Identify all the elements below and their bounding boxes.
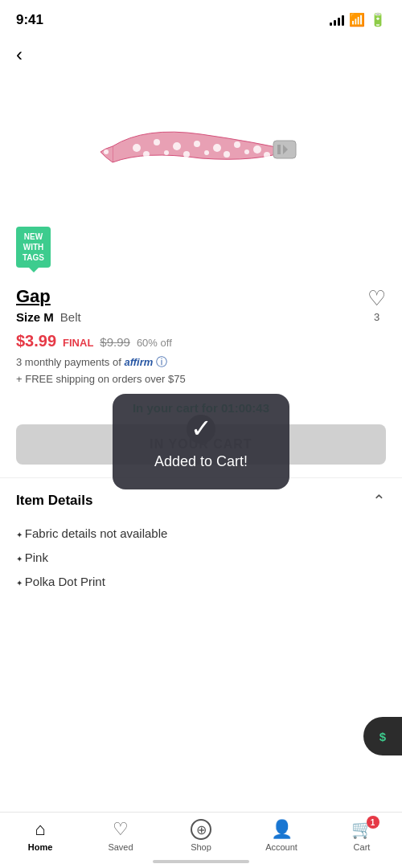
svg-point-5	[234, 141, 240, 148]
svg-point-4	[213, 144, 221, 152]
price-row: $3.99 FINAL $9.99 60% off	[16, 332, 386, 350]
product-image	[96, 102, 306, 199]
nav-item-cart[interactable]: 🛒 1 Cart	[322, 819, 402, 852]
product-image-container	[0, 74, 402, 219]
toast-message: Added to Cart!	[154, 453, 248, 470]
float-price-button[interactable]: $	[363, 717, 402, 755]
svg-point-0	[133, 144, 141, 152]
nav-label-shop: Shop	[191, 842, 211, 852]
brand-name[interactable]: Gap	[16, 286, 386, 307]
battery-icon: 🔋	[370, 12, 386, 27]
account-icon: 👤	[271, 819, 293, 840]
cart-badge: 1	[367, 816, 379, 829]
svg-point-12	[244, 149, 249, 154]
nav-label-cart: Cart	[354, 842, 371, 852]
wifi-icon: 📶	[349, 12, 365, 27]
wishlist-count: 3	[374, 311, 379, 323]
back-button[interactable]: ‹	[0, 35, 402, 74]
svg-point-9	[183, 151, 190, 158]
product-meta: Size M Belt	[16, 310, 386, 324]
affirm-info-icon[interactable]: ⓘ	[156, 355, 167, 368]
svg-point-16	[104, 149, 109, 154]
monthly-payment: 3 monthly payments of affirm ⓘ	[16, 355, 386, 370]
nav-label-home: Home	[28, 842, 53, 852]
svg-point-2	[173, 142, 181, 150]
nav-item-saved[interactable]: ♡ Saved	[80, 819, 161, 852]
nav-item-home[interactable]: ⌂ Home	[0, 819, 80, 852]
status-time: 9:41	[16, 12, 43, 28]
home-icon: ⌂	[35, 819, 45, 840]
shop-icon: ⊕	[191, 819, 211, 840]
discount-label: 60% off	[137, 337, 172, 349]
added-to-cart-toast: ✓ Added to Cart!	[113, 394, 289, 489]
heart-nav-icon: ♡	[113, 819, 129, 840]
float-price-label: $	[379, 730, 386, 743]
svg-point-7	[143, 151, 150, 158]
nav-item-shop[interactable]: ⊕ Shop	[161, 819, 241, 852]
affirm-logo: affirm	[124, 356, 153, 368]
original-price: $9.99	[100, 335, 130, 349]
item-details-content: Fabric details not available Pink Polka …	[16, 522, 386, 594]
current-price: $3.99	[16, 332, 56, 350]
detail-line-1: Fabric details not available	[16, 522, 386, 546]
svg-point-8	[164, 150, 169, 155]
detail-line-2: Pink	[16, 546, 386, 570]
wishlist-button[interactable]: ♡ 3	[367, 286, 386, 323]
toast-checkmark: ✓	[191, 413, 212, 444]
item-details-section: Item Details ⌃ Fabric details not availa…	[0, 477, 402, 607]
nav-item-account[interactable]: 👤 Account	[241, 819, 322, 852]
heart-icon: ♡	[367, 286, 386, 311]
item-details-title: Item Details	[16, 493, 92, 509]
badge-container: NEW WITH TAGS	[0, 219, 402, 272]
new-with-tags-badge: NEW WITH TAGS	[16, 227, 51, 268]
svg-point-13	[264, 152, 270, 158]
product-info-row: Gap Size M Belt ♡ 3 $3.99 FINAL $9.99 60…	[0, 272, 402, 385]
svg-point-1	[154, 139, 160, 145]
svg-rect-15	[277, 145, 281, 154]
chevron-up-icon: ⌃	[372, 491, 386, 510]
detail-line-3: Polka Dot Print	[16, 570, 386, 594]
final-label: FINAL	[63, 337, 93, 349]
nav-label-saved: Saved	[108, 842, 133, 852]
svg-point-3	[194, 141, 200, 147]
item-details-header[interactable]: Item Details ⌃	[16, 491, 386, 510]
status-bar: 9:41 📶 🔋	[0, 0, 402, 35]
svg-point-6	[253, 145, 261, 154]
status-icons: 📶 🔋	[330, 12, 386, 27]
nav-label-account: Account	[265, 842, 297, 852]
svg-point-11	[224, 151, 230, 158]
svg-point-10	[204, 150, 209, 155]
home-indicator	[153, 860, 249, 863]
signal-icon	[330, 14, 344, 26]
free-shipping: + FREE shipping on orders over $75	[16, 373, 386, 385]
cart-icon-container: 🛒 1	[351, 819, 373, 840]
